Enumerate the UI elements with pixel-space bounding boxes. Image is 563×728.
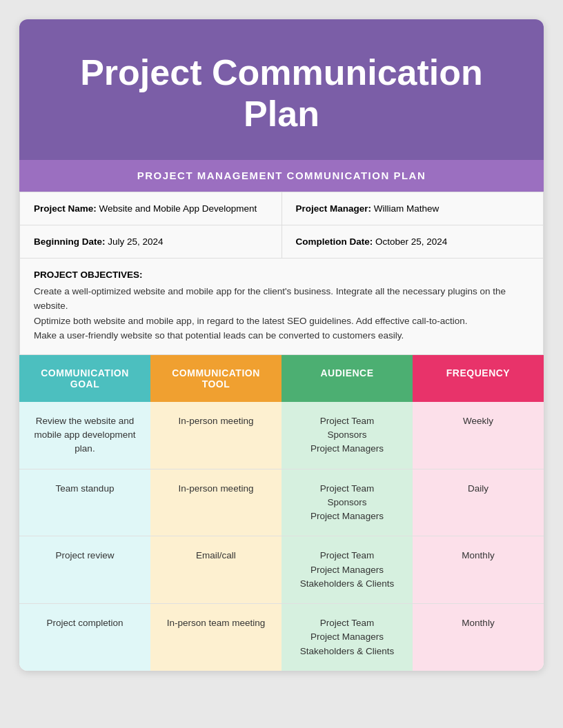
objectives-row: PROJECT OBJECTIVES: Create a well-optimi… xyxy=(20,259,543,354)
header-banner: Project Communication Plan xyxy=(19,19,544,160)
td-goal-3: Project completion xyxy=(19,604,150,671)
completion-date-label: Completion Date: xyxy=(296,236,373,247)
td-tool-2: Email/call xyxy=(150,536,282,603)
info-row-name: Project Name: Website and Mobile App Dev… xyxy=(20,192,543,225)
td-goal-2: Project review xyxy=(19,536,150,603)
project-name-value: Website and Mobile App Development xyxy=(99,203,257,214)
objectives-label: PROJECT OBJECTIVES: xyxy=(34,270,529,280)
objectives-text: Create a well-optimized website and mobi… xyxy=(34,284,529,343)
page-container: Project Communication Plan PROJECT MANAG… xyxy=(19,19,544,671)
page-title: Project Communication Plan xyxy=(47,52,516,135)
td-frequency-0: Weekly xyxy=(413,402,544,469)
table-row: Review the website and mobile app develo… xyxy=(19,402,544,469)
th-audience: AUDIENCE xyxy=(282,355,413,402)
th-tool: COMMUNICATION TOOL xyxy=(150,355,282,402)
sub-banner-text: PROJECT MANAGEMENT COMMUNICATION PLAN xyxy=(137,170,426,181)
completion-date-value: October 25, 2024 xyxy=(375,236,447,247)
communication-table: COMMUNICATION GOAL COMMUNICATION TOOL AU… xyxy=(19,355,544,671)
td-audience-2: Project TeamProject ManagersStakeholders… xyxy=(282,536,413,603)
td-goal-0: Review the website and mobile app develo… xyxy=(19,402,150,469)
th-frequency: FREQUENCY xyxy=(413,355,544,402)
project-manager-label: Project Manager: xyxy=(296,203,372,214)
td-tool-3: In-person team meeting xyxy=(150,604,282,671)
table-row: Team standupIn-person meetingProject Tea… xyxy=(19,469,544,537)
sub-banner: PROJECT MANAGEMENT COMMUNICATION PLAN xyxy=(19,160,544,192)
td-frequency-3: Monthly xyxy=(413,604,544,671)
beginning-date-cell: Beginning Date: July 25, 2024 xyxy=(20,225,282,258)
table-body: Review the website and mobile app develo… xyxy=(19,402,544,671)
info-row-dates: Beginning Date: July 25, 2024 Completion… xyxy=(20,225,543,259)
project-manager-value: William Mathew xyxy=(374,203,439,214)
td-goal-1: Team standup xyxy=(19,469,150,536)
project-manager-cell: Project Manager: William Mathew xyxy=(282,192,544,225)
project-name-cell: Project Name: Website and Mobile App Dev… xyxy=(20,192,282,225)
table-row: Project completionIn-person team meeting… xyxy=(19,604,544,671)
beginning-date-value: July 25, 2024 xyxy=(108,236,163,247)
td-audience-1: Project TeamSponsorsProject Managers xyxy=(282,469,413,536)
info-section: Project Name: Website and Mobile App Dev… xyxy=(19,192,544,355)
table-row: Project reviewEmail/callProject TeamProj… xyxy=(19,536,544,604)
table-header-row: COMMUNICATION GOAL COMMUNICATION TOOL AU… xyxy=(19,355,544,402)
th-goal: COMMUNICATION GOAL xyxy=(19,355,150,402)
td-tool-1: In-person meeting xyxy=(150,469,282,536)
td-audience-0: Project TeamSponsorsProject Managers xyxy=(282,402,413,469)
project-name-label: Project Name: xyxy=(34,203,97,214)
td-audience-3: Project TeamProject ManagersStakeholders… xyxy=(282,604,413,671)
completion-date-cell: Completion Date: October 25, 2024 xyxy=(282,225,544,258)
td-frequency-2: Monthly xyxy=(413,536,544,603)
td-frequency-1: Daily xyxy=(413,469,544,536)
beginning-date-label: Beginning Date: xyxy=(34,236,106,247)
td-tool-0: In-person meeting xyxy=(150,402,282,469)
